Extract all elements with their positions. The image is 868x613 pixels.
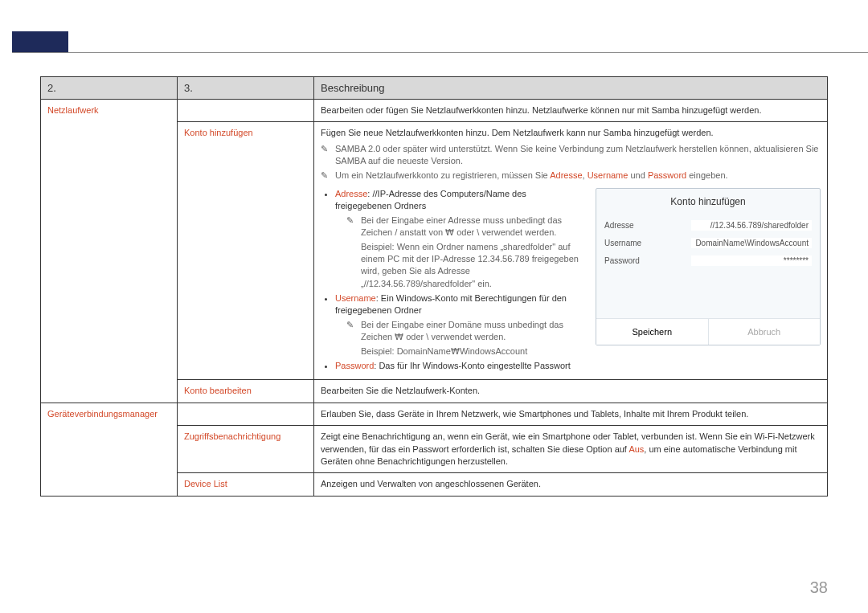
note-text: Bei der Eingabe einer Domäne muss unbedi… (361, 319, 584, 344)
th-col3: Beschreibung (314, 77, 828, 100)
row-desc: Erlauben Sie, dass Geräte in Ihrem Netzw… (314, 403, 828, 425)
row-label: Device List (184, 479, 227, 488)
table-row: Geräteverbindungsmanager Erlauben Sie, d… (41, 403, 828, 425)
pencil-icon: ✎ (346, 215, 356, 239)
header-accent (12, 31, 68, 52)
header-rule (12, 52, 868, 53)
blank-icon (346, 241, 356, 291)
table-row: Netzlaufwerk Bearbeiten oder fügen Sie N… (41, 100, 828, 122)
row-desc: Anzeigen und Verwalten von angeschlossen… (314, 473, 828, 496)
address-field[interactable] (691, 220, 812, 231)
note-text: Beispiel: DomainName₩WindowsAccount (361, 345, 584, 358)
cancel-button[interactable]: Abbruch (708, 319, 821, 345)
pencil-icon: ✎ (346, 319, 356, 344)
field-label: Adresse (604, 220, 634, 231)
th-col1: 2. (41, 77, 178, 100)
pencil-icon: ✎ (321, 143, 330, 168)
list-item: Password: Das für Ihr Windows-Konto eing… (335, 360, 584, 372)
description-table: 2. 3. Beschreibung Netzlaufwerk Bearbeit… (40, 76, 828, 497)
field-label: Username (604, 238, 641, 249)
row-desc: Zeigt eine Benachrichtigung an, wenn ein… (314, 426, 828, 473)
note-text: Um ein Netzlaufwerkkonto zu registrieren… (335, 170, 821, 182)
text: Fügen Sie neue Netzlaufwerkkonten hinzu.… (321, 127, 821, 139)
row-desc: Bearbeiten oder fügen Sie Netzlaufwerkko… (314, 100, 828, 122)
panel-title: Konto hinzufügen (596, 189, 820, 214)
row-label: Netzlaufwerk (47, 105, 99, 115)
list-item: Adresse: //IP-Adresse des Computers/Name… (335, 188, 584, 290)
list-item: Username: Ein Windows-Konto mit Berechti… (335, 292, 584, 358)
username-field[interactable] (691, 238, 812, 248)
blank-icon (346, 345, 356, 358)
field-label: Password (604, 255, 640, 267)
row-label: Konto bearbeiten (184, 386, 252, 395)
row-label: Konto hinzufügen (184, 128, 253, 137)
note-text: SAMBA 2.0 oder später wird unterstützt. … (335, 143, 821, 168)
note-text: Bei der Eingabe einer Adresse muss unbed… (361, 215, 584, 239)
th-col2: 3. (178, 77, 314, 100)
password-field[interactable] (691, 255, 812, 266)
row-desc: Bearbeiten Sie die Netzlaufwerk-Konten. (314, 380, 828, 403)
add-account-panel: Konto hinzufügen Adresse Username (596, 188, 821, 345)
save-button[interactable]: Speichern (596, 319, 708, 345)
page-content: 2. 3. Beschreibung Netzlaufwerk Bearbeit… (40, 76, 828, 497)
row-label: Geräteverbindungsmanager (47, 409, 158, 419)
pencil-icon: ✎ (321, 170, 330, 182)
row-label: Zugriffsbenachrichtigung (184, 431, 280, 441)
note-text: Beispiel: Wenn ein Ordner namens „shared… (361, 241, 584, 291)
page-number: 38 (810, 578, 828, 597)
